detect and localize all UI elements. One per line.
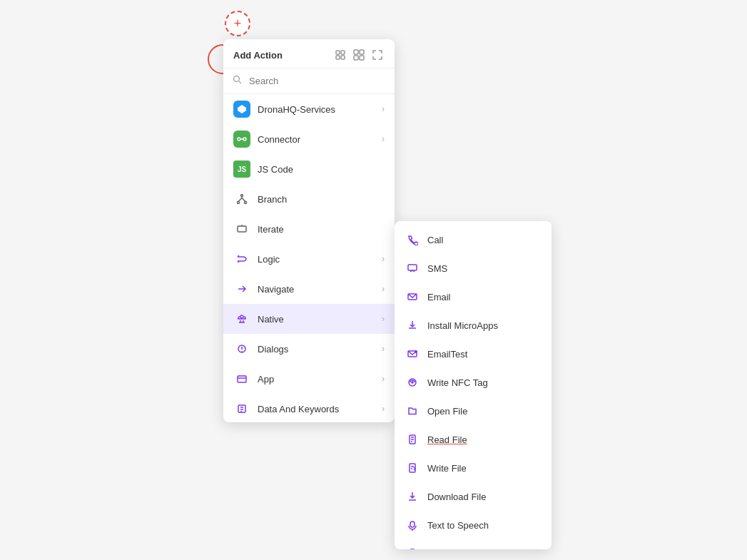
svg-rect-20 [408, 265, 417, 270]
native-submenu: Call SMS Email Install MicroApps [395, 221, 552, 549]
submenu-item-read-file[interactable]: Read File [395, 425, 552, 454]
emailtest-icon [405, 346, 420, 362]
submenu-item-install-microapps[interactable]: Install MicroApps [395, 311, 552, 340]
menu-item-dronahq-services[interactable]: DronaHQ-Services › [223, 94, 395, 124]
dropdown-title: Add Action [233, 50, 283, 61]
svg-point-15 [240, 315, 243, 318]
app-arrow: › [382, 374, 385, 384]
menu-item-data-keywords[interactable]: Data And Keywords › [223, 394, 395, 422]
svg-point-13 [245, 202, 247, 204]
svg-rect-14 [238, 226, 246, 232]
dronahq-arrow: › [382, 104, 385, 114]
svg-rect-2 [336, 56, 340, 59]
grid-icon-2[interactable] [352, 48, 366, 62]
svg-rect-1 [341, 51, 345, 54]
submenu-item-emailtest[interactable]: EmailTest [395, 340, 552, 368]
flashlight-label: Flashlight [427, 549, 467, 550]
dronahq-icon [233, 101, 250, 118]
install-microapps-label: Install MicroApps [427, 320, 498, 331]
submenu-item-sms[interactable]: SMS [395, 254, 552, 282]
svg-rect-3 [341, 56, 345, 59]
submenu-item-download-file[interactable]: Download File [395, 482, 552, 511]
header-icons [333, 48, 385, 62]
menu-item-navigate[interactable]: Navigate › [223, 274, 395, 304]
svg-point-23 [415, 350, 417, 353]
jscode-label: JS Code [258, 164, 385, 175]
app-label: App [258, 374, 375, 385]
logic-arrow: › [382, 254, 385, 264]
grid-icon-1[interactable] [333, 48, 347, 62]
data-keywords-icon [233, 400, 250, 417]
logic-icon [233, 250, 250, 268]
read-file-label: Read File [427, 434, 467, 445]
svg-point-12 [238, 202, 240, 204]
navigate-label: Navigate [258, 284, 375, 295]
write-nfc-label: Write NFC Tag [427, 377, 488, 388]
menu-item-iterate[interactable]: Iterate [223, 214, 395, 244]
emailtest-label: EmailTest [427, 349, 467, 360]
navigate-arrow: › [382, 284, 385, 294]
flashlight-icon [405, 546, 420, 549]
native-icon [233, 310, 250, 327]
navigate-icon [233, 280, 250, 297]
dronahq-label: DronaHQ-Services [258, 104, 375, 115]
submenu-item-tts[interactable]: Text to Speech [395, 511, 552, 539]
install-microapps-icon [405, 317, 420, 333]
email-icon [405, 289, 420, 305]
native-arrow: › [382, 314, 385, 324]
branch-icon [233, 190, 250, 208]
svg-point-11 [241, 195, 243, 197]
svg-rect-5 [360, 50, 364, 54]
sms-icon [405, 260, 420, 276]
dropdown-header: Add Action [223, 39, 395, 68]
menu-item-branch[interactable]: Branch [223, 184, 395, 214]
open-file-label: Open File [427, 406, 467, 417]
dialogs-arrow: › [382, 344, 385, 354]
menu-item-connector[interactable]: Connector › [223, 124, 395, 154]
search-icon [232, 74, 243, 88]
svg-rect-0 [336, 51, 340, 54]
svg-rect-28 [410, 521, 415, 527]
tts-label: Text to Speech [427, 520, 489, 531]
svg-point-9 [238, 138, 240, 141]
submenu-item-write-file[interactable]: Write File [395, 454, 552, 482]
submenu-item-flashlight[interactable]: Flashlight [395, 539, 552, 549]
dialogs-label: Dialogs [258, 344, 375, 355]
connector-icon [233, 131, 250, 148]
open-file-icon [405, 403, 420, 419]
search-input[interactable] [249, 76, 386, 86]
call-icon [405, 232, 420, 248]
menu-item-dialogs[interactable]: Dialogs › [223, 334, 395, 364]
menu-item-js-code[interactable]: JS JS Code [223, 154, 395, 184]
add-node-button[interactable]: + [225, 11, 250, 36]
connector-label: Connector [258, 134, 375, 145]
expand-icon[interactable] [370, 48, 385, 62]
iterate-icon [233, 220, 250, 238]
download-file-icon [405, 489, 420, 504]
submenu-item-open-file[interactable]: Open File [395, 397, 552, 425]
add-action-dropdown: Add Action [223, 39, 395, 422]
svg-rect-6 [354, 56, 358, 60]
svg-point-8 [234, 76, 240, 82]
svg-rect-17 [238, 376, 246, 382]
submenu-item-write-nfc[interactable]: Write NFC Tag [395, 368, 552, 397]
svg-point-10 [243, 138, 246, 141]
data-keywords-arrow: › [382, 404, 385, 414]
write-file-label: Write File [427, 463, 467, 474]
download-file-label: Download File [427, 492, 486, 502]
menu-item-app[interactable]: App › [223, 364, 395, 394]
submenu-item-email[interactable]: Email [395, 282, 552, 311]
menu-item-logic[interactable]: Logic › [223, 244, 395, 274]
connector-arrow: › [382, 134, 385, 144]
tts-icon [405, 517, 420, 533]
iterate-label: Iterate [258, 224, 385, 235]
branch-label: Branch [258, 194, 385, 205]
write-file-icon [405, 460, 420, 476]
submenu-item-call[interactable]: Call [395, 225, 552, 254]
call-label: Call [427, 235, 443, 245]
menu-item-native[interactable]: Native › [223, 304, 395, 334]
email-label: Email [427, 292, 451, 302]
logic-label: Logic [258, 254, 375, 265]
svg-rect-4 [354, 50, 358, 54]
jscode-icon: JS [233, 161, 250, 178]
